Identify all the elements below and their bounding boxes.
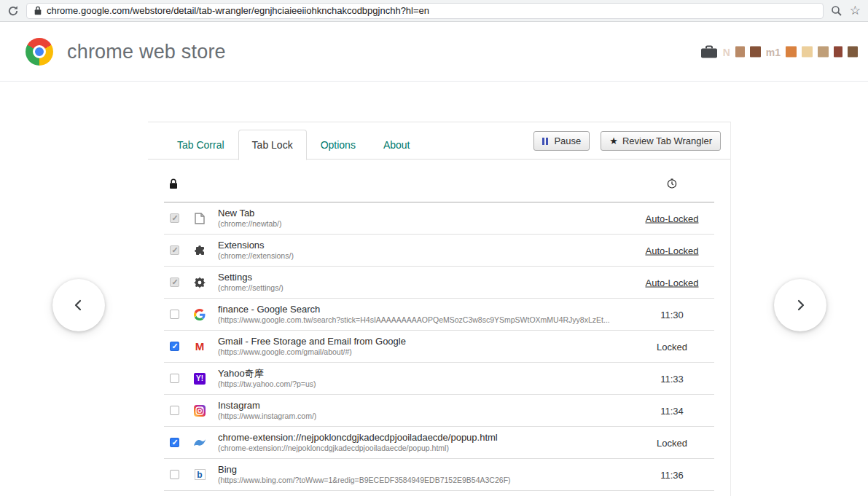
browser-toolbar: chrome.google.com/webstore/detail/tab-wr… bbox=[0, 0, 868, 22]
tab-title: Yahoo奇摩 bbox=[218, 368, 316, 379]
lock-column-icon bbox=[169, 178, 178, 192]
redacted-text-fragment: m1 bbox=[766, 46, 781, 58]
tab-title: Settings bbox=[218, 272, 284, 283]
redacted-block bbox=[750, 47, 761, 58]
star-icon: ★ bbox=[609, 136, 618, 146]
url-bar[interactable]: chrome.google.com/webstore/detail/tab-wr… bbox=[26, 3, 824, 19]
table-row: Instagram (https://www.instagram.com/) 1… bbox=[164, 395, 714, 427]
chrome-web-store-logo[interactable] bbox=[26, 38, 53, 66]
gmail-icon: M bbox=[193, 340, 206, 353]
pause-button[interactable]: Pause bbox=[533, 131, 590, 151]
tab-wrangler-icon bbox=[193, 436, 206, 449]
table-row: Settings (chrome://settings/) Auto-Locke… bbox=[164, 267, 714, 299]
tab-title: finance - Google Search bbox=[218, 304, 610, 315]
tab-title: Instagram bbox=[218, 400, 316, 412]
tab-url: (chrome://extensions/) bbox=[218, 251, 294, 261]
table-row: finance - Google Search (https://www.goo… bbox=[164, 299, 714, 331]
tab-corral-tab[interactable]: Tab Corral bbox=[163, 130, 238, 160]
tab-wrangler-nav: Tab Corral Tab Lock Options About Pause … bbox=[148, 130, 730, 160]
table-row: M Gmail - Free Storage and Email from Go… bbox=[164, 331, 714, 363]
bookmark-star-icon[interactable]: ☆ bbox=[850, 4, 861, 17]
redacted-block bbox=[786, 47, 797, 58]
screen: chrome.google.com/webstore/detail/tab-wr… bbox=[0, 0, 868, 496]
store-title: chrome web store bbox=[67, 41, 226, 63]
redacted-block bbox=[735, 47, 745, 58]
zoom-icon[interactable] bbox=[831, 5, 842, 17]
bing-icon: b bbox=[193, 468, 206, 481]
carousel-prev-button[interactable] bbox=[52, 279, 105, 331]
lock-checkbox[interactable] bbox=[170, 406, 179, 415]
tab-status: 11:36 bbox=[628, 469, 714, 480]
table-row: chrome-extension://nejpokloncdgjkadecdpj… bbox=[164, 427, 714, 459]
instagram-icon bbox=[193, 404, 206, 417]
lock-checkbox[interactable] bbox=[170, 277, 179, 287]
table-row: Y! Yahoo奇摩 (https://tw.yahoo.com/?p=us) … bbox=[164, 363, 714, 395]
tab-status: Auto-Locked bbox=[628, 277, 714, 288]
redacted-block bbox=[834, 47, 842, 58]
table-row: Extensions (chrome://extensions/) Auto-L… bbox=[164, 235, 714, 267]
tab-status: Auto-Locked bbox=[628, 245, 714, 256]
chrome-logo-icon bbox=[26, 38, 53, 66]
tab-lock-tab[interactable]: Tab Lock bbox=[238, 130, 307, 160]
tab-title: Gmail - Free Storage and Email from Goog… bbox=[218, 336, 406, 347]
briefcase-icon bbox=[700, 45, 718, 59]
yahoo-icon: Y! bbox=[193, 372, 206, 385]
tab-status: Auto-Locked bbox=[628, 213, 714, 224]
tab-status: 11:30 bbox=[628, 309, 714, 320]
options-tab[interactable]: Options bbox=[307, 130, 370, 160]
page-icon bbox=[193, 212, 206, 225]
ssl-lock-icon bbox=[34, 6, 42, 15]
tab-title: Extensions bbox=[218, 240, 294, 251]
lock-checkbox[interactable] bbox=[170, 213, 179, 223]
redacted-block bbox=[848, 47, 858, 58]
table-header bbox=[164, 160, 714, 202]
lock-checkbox[interactable] bbox=[170, 310, 179, 319]
tab-url: (https://www.google.com.tw/search?stick=… bbox=[218, 315, 610, 325]
table-row: b Bing (https://www.bing.com/?toWww=1&re… bbox=[164, 459, 714, 491]
tab-status: 11:33 bbox=[628, 373, 714, 384]
tab-url: (https://tw.yahoo.com/?p=us) bbox=[218, 379, 316, 389]
puzzle-icon bbox=[193, 244, 206, 257]
redacted-block bbox=[818, 47, 829, 58]
tab-url: (chrome://newtab/) bbox=[218, 219, 282, 229]
lock-checkbox[interactable] bbox=[170, 342, 179, 351]
reload-icon[interactable] bbox=[7, 5, 19, 17]
pause-icon bbox=[542, 135, 550, 146]
lock-checkbox[interactable] bbox=[170, 438, 179, 447]
url-text: chrome.google.com/webstore/detail/tab-wr… bbox=[47, 5, 429, 16]
lock-checkbox[interactable] bbox=[170, 245, 179, 255]
tab-url: (https://www.google.com/gmail/about/#) bbox=[218, 347, 406, 357]
tab-status: 11:34 bbox=[628, 405, 714, 416]
store-header: chrome web store N m1 bbox=[0, 23, 868, 82]
tab-title: Bing bbox=[218, 464, 511, 476]
lock-checkbox[interactable] bbox=[170, 470, 179, 479]
tab-title: chrome-extension://nejpokloncdgjkadecdpj… bbox=[218, 432, 498, 444]
clock-column-icon bbox=[628, 178, 716, 192]
tab-status: Locked bbox=[628, 341, 714, 352]
about-tab[interactable]: About bbox=[370, 130, 424, 160]
tab-url: (chrome-extension://nejpokloncdgjkadecdp… bbox=[218, 444, 498, 453]
tab-url: (https://www.instagram.com/) bbox=[218, 412, 316, 421]
tab-url: (chrome://settings/) bbox=[218, 283, 284, 293]
redacted-block bbox=[802, 47, 813, 58]
locked-tabs-table: New Tab (chrome://newtab/) Auto-Locked E… bbox=[164, 160, 714, 491]
carousel-next-button[interactable] bbox=[774, 279, 826, 331]
redacted-text-fragment: N bbox=[723, 46, 730, 58]
chevron-left-icon bbox=[72, 299, 85, 312]
lock-checkbox[interactable] bbox=[170, 374, 179, 383]
account-area[interactable]: N m1 bbox=[700, 45, 858, 59]
gear-icon bbox=[193, 276, 206, 289]
tab-status: Locked bbox=[628, 437, 714, 448]
chevron-right-icon bbox=[794, 299, 807, 312]
tab-url: (https://www.bing.com/?toWww=1&redig=B9E… bbox=[218, 476, 511, 485]
table-row: New Tab (chrome://newtab/) Auto-Locked bbox=[164, 202, 714, 235]
review-button[interactable]: ★ Review Tab Wrangler bbox=[601, 131, 721, 151]
google-icon bbox=[193, 308, 206, 321]
tab-title: New Tab bbox=[218, 208, 282, 219]
extension-screenshot[interactable]: Tab Corral Tab Lock Options About Pause … bbox=[148, 122, 731, 496]
